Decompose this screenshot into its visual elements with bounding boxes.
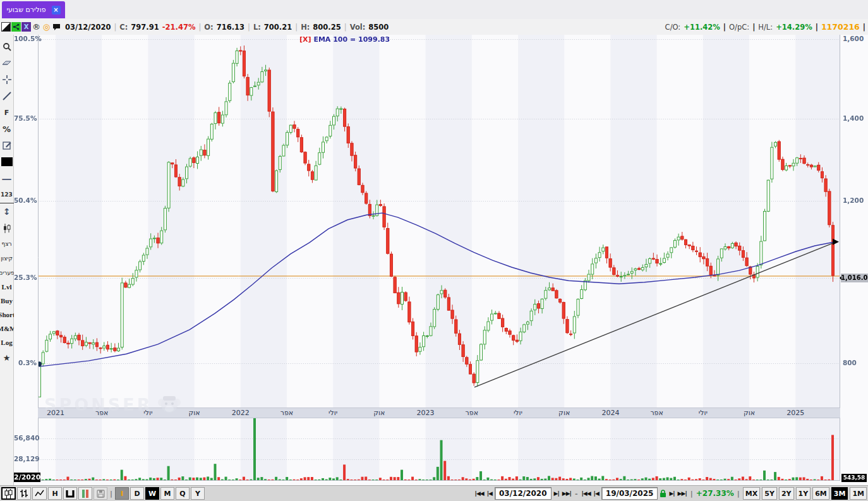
fibonacci-tool[interactable]: F bbox=[0, 104, 14, 121]
search-icon[interactable] bbox=[0, 39, 14, 55]
x-axis-label: אוק bbox=[182, 409, 207, 417]
vertical-range-tool[interactable]: ↕ bbox=[0, 203, 14, 220]
bar-date: 03/12/2020 bbox=[65, 23, 111, 32]
from-skip-start-icon[interactable]: |◀◀ bbox=[474, 487, 485, 500]
percent-tool[interactable]: % bbox=[0, 121, 14, 137]
from-date-field[interactable]: 03/12/2020 bbox=[495, 487, 552, 500]
sidebar-item-buy[interactable]: Buy bbox=[0, 294, 14, 308]
x-axis-label: 2021 bbox=[43, 409, 68, 417]
x-axis-label: 2022 bbox=[228, 409, 253, 417]
left-axis-tick: 50.4% bbox=[14, 196, 37, 204]
last-price-box: 1,016.00 bbox=[841, 274, 868, 282]
lock-icon[interactable] bbox=[660, 490, 666, 498]
sidebar-item-extremes[interactable]: קיצון bbox=[0, 251, 14, 265]
x-axis-label: 2025 bbox=[783, 409, 808, 417]
crosshair-icon[interactable] bbox=[0, 71, 14, 88]
volume-bars-button[interactable] bbox=[78, 487, 92, 500]
to-step-back-icon[interactable]: |◀ bbox=[593, 487, 600, 500]
target-icon[interactable]: ◎ bbox=[42, 22, 51, 32]
range-dash: - bbox=[574, 490, 579, 498]
period-max-button[interactable]: MX bbox=[743, 487, 760, 500]
sidebar-item-sequence[interactable]: רצף bbox=[0, 236, 14, 251]
sidebar-item-gaps[interactable]: פערים bbox=[0, 265, 14, 280]
interval-month-button[interactable]: M bbox=[160, 487, 174, 500]
step-chart-button[interactable] bbox=[63, 487, 77, 500]
bottom-toolbar: H | I D W M Q Y |◀◀ |◀ 03/12/2020 ▶| ▶▶|… bbox=[0, 485, 868, 501]
comment-bubble-icon[interactable] bbox=[52, 22, 61, 32]
interval-day-button[interactable]: D bbox=[130, 487, 144, 500]
x-axis-label: יולי bbox=[135, 409, 160, 417]
sidebar-item-mm[interactable]: M&M bbox=[0, 322, 14, 335]
period-1y-button[interactable]: 1Y bbox=[796, 487, 811, 500]
chart-application: פולירם שבועי × X ® ◎ 03/12/2020 | C: 797… bbox=[0, 0, 868, 501]
sidebar-item-short[interactable]: Short bbox=[0, 308, 14, 322]
ohlc-readout: 03/12/2020 | C: 797.91 -21.47% | O: 716.… bbox=[65, 23, 389, 32]
ohlc-chart-button[interactable] bbox=[17, 487, 31, 500]
interval-year-button[interactable]: Y bbox=[191, 487, 205, 500]
measure-tool[interactable]: 123 bbox=[0, 186, 14, 203]
sidebar-item-log[interactable]: Log bbox=[0, 335, 14, 349]
ema-indicator-label[interactable]: [X] EMA 100 = 1099.83 bbox=[299, 35, 390, 44]
x-axis-label: אפר bbox=[459, 409, 485, 417]
x-axis-label: אפר bbox=[274, 409, 299, 417]
period-5y-button[interactable]: 5Y bbox=[762, 487, 777, 500]
to-skip-start-icon[interactable]: |◀◀ bbox=[581, 487, 591, 500]
interval-intraday-button[interactable]: I bbox=[115, 487, 129, 500]
period-3m-button[interactable]: 3M bbox=[831, 487, 848, 500]
period-2y-button[interactable]: 2Y bbox=[779, 487, 794, 500]
tab-close-icon[interactable]: × bbox=[52, 6, 61, 15]
contrast-icon[interactable] bbox=[1, 22, 11, 32]
to-date-field[interactable]: 19/03/2025 bbox=[601, 487, 658, 500]
close-value: 797.91 bbox=[131, 23, 159, 32]
tab-title: פולירם שבועי bbox=[6, 6, 45, 14]
volume-label: Vol: bbox=[350, 23, 366, 32]
heikin-chart-button[interactable]: H bbox=[48, 487, 62, 500]
ema-remove-icon[interactable]: [X] bbox=[299, 35, 311, 44]
from-step-back-icon[interactable]: |◀ bbox=[486, 487, 493, 500]
interval-week-button[interactable]: W bbox=[145, 487, 159, 500]
stats-readout: C/O:+11.42% | O/pC: | H/L:+14.29% | 1170… bbox=[665, 22, 865, 32]
volume-axis-tick: 28,129 bbox=[14, 455, 37, 462]
tab-bar: פולירם שבועי × bbox=[0, 0, 868, 20]
save-layout-button[interactable] bbox=[93, 487, 107, 500]
range-controls: |◀◀ |◀ 03/12/2020 ▶| ▶▶| - |◀◀ |◀ 19/03/… bbox=[474, 487, 867, 500]
eraser-icon[interactable] bbox=[0, 55, 14, 71]
tab-polyram-weekly[interactable]: פולירם שבועי × bbox=[2, 1, 65, 18]
co-label: C/O: bbox=[665, 23, 681, 32]
right-axis-tick: 800 bbox=[843, 359, 857, 366]
open-label: O: bbox=[204, 23, 213, 32]
annotate-icon[interactable] bbox=[0, 137, 14, 154]
left-axis-tick: 0.3% bbox=[14, 359, 37, 366]
horizontal-line-tool[interactable]: — bbox=[0, 170, 14, 186]
line-chart-button[interactable] bbox=[32, 487, 47, 500]
right-axis-tick: 1,600 bbox=[843, 35, 864, 42]
x-axis-label: 2024 bbox=[598, 409, 623, 417]
right-axis-tick: 1,200 bbox=[843, 196, 864, 204]
excel-export-icon[interactable]: X bbox=[21, 22, 31, 32]
last-volume-box: 543,58 bbox=[841, 474, 867, 482]
candlestick-chart-button[interactable] bbox=[1, 487, 16, 500]
to-skip-end-icon[interactable]: ▶▶| bbox=[677, 487, 687, 500]
low-label: L: bbox=[253, 23, 261, 32]
favorites-star-icon[interactable]: ★ bbox=[0, 349, 14, 366]
interval-quarter-button[interactable]: Q bbox=[176, 487, 190, 500]
from-skip-end-icon[interactable]: ▶▶| bbox=[562, 487, 572, 500]
close-label: C: bbox=[119, 23, 128, 32]
period-6m-button[interactable]: 6M bbox=[812, 487, 829, 500]
to-step-fwd-icon[interactable]: ▶| bbox=[668, 487, 675, 500]
date-axis[interactable]: 2021אפריוליאוק2022אפריוליאוק2023אפריוליא… bbox=[38, 407, 840, 418]
range-change-value: +27.33% bbox=[696, 489, 734, 498]
share-icon[interactable] bbox=[11, 22, 21, 32]
registered-mark-icon[interactable]: ® bbox=[32, 22, 41, 32]
chart-area: [X] EMA 100 = 1099.83 100.5% 75.5% 50.4%… bbox=[14, 35, 868, 485]
candle-pattern-tool[interactable] bbox=[0, 220, 14, 236]
left-axis-tick: 25.3% bbox=[14, 274, 37, 281]
opc-label: O/pC: bbox=[729, 23, 749, 32]
sidebar-item-lvl[interactable]: Lvl bbox=[0, 280, 14, 294]
from-step-fwd-icon[interactable]: ▶| bbox=[553, 487, 560, 500]
period-1m-button[interactable]: 1M bbox=[850, 487, 867, 500]
filled-box-tool[interactable] bbox=[0, 154, 14, 170]
hl-label: H/L: bbox=[758, 23, 773, 32]
trendline-tool-icon[interactable] bbox=[0, 88, 14, 104]
x-axis-label: יולי bbox=[690, 409, 716, 417]
